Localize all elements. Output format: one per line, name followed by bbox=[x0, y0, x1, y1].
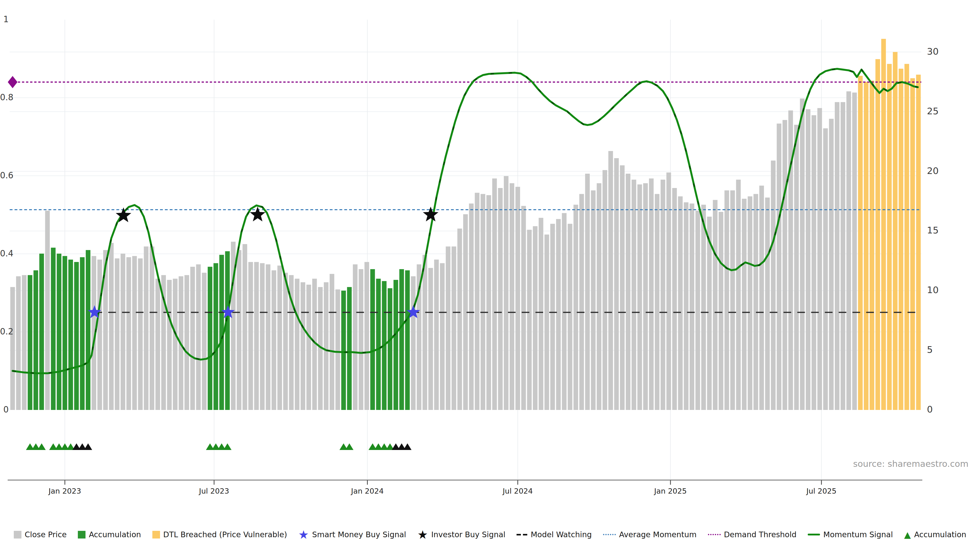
legend-model-watching: Model Watching bbox=[517, 530, 592, 539]
legend-accumulation-bar: Accumulation bbox=[78, 530, 141, 539]
close-price-bar bbox=[242, 244, 247, 410]
close-price-bar bbox=[132, 256, 137, 410]
close-price-bar bbox=[608, 151, 613, 410]
close-price-bar bbox=[260, 263, 265, 410]
close-price-bar bbox=[277, 265, 282, 410]
close-price-bar bbox=[248, 262, 253, 410]
legend-label: Demand Threshold bbox=[724, 530, 797, 539]
close-price-bar bbox=[487, 195, 491, 410]
dtl-breached-bar bbox=[910, 78, 915, 410]
legend-label: Average Momentum bbox=[619, 530, 697, 539]
legend-dtl-breached: DTL Breached (Price Vulnerable) bbox=[152, 530, 287, 539]
accumulation-bar bbox=[33, 270, 38, 410]
close-price-bar bbox=[614, 158, 619, 410]
right-axis-tick-label: 30 bbox=[927, 46, 939, 57]
close-price-bar bbox=[272, 270, 276, 410]
close-price-bar bbox=[632, 179, 636, 410]
dtl-breached-bar bbox=[870, 81, 874, 410]
accumulation-bar bbox=[57, 254, 61, 410]
close-price-bar bbox=[660, 179, 665, 410]
close-price-bar bbox=[695, 211, 700, 410]
close-price-bar bbox=[794, 125, 799, 410]
close-price-bar bbox=[475, 193, 479, 410]
legend-smart-money-buy-signal: ★Smart Money Buy Signal bbox=[298, 530, 406, 539]
close-price-bar bbox=[846, 91, 851, 410]
close-price-bar bbox=[138, 259, 143, 410]
close-price-bar bbox=[440, 263, 445, 410]
accumulation-bar bbox=[39, 254, 44, 410]
close-price-bar bbox=[603, 170, 607, 410]
close-price-bar bbox=[806, 109, 810, 410]
close-price-bar bbox=[237, 250, 242, 410]
legend-accumulation-marker-glyph: ▲ bbox=[904, 531, 911, 538]
dtl-breached-bar bbox=[916, 75, 921, 410]
left-axis-tick-label: 1 bbox=[0, 14, 9, 24]
close-price-bar bbox=[452, 246, 456, 410]
demand-threshold-diamond bbox=[8, 76, 18, 88]
close-price-bar bbox=[620, 165, 625, 410]
close-price-bar bbox=[818, 108, 822, 410]
close-price-bar bbox=[597, 183, 601, 410]
dtl-breached-bar bbox=[887, 64, 892, 410]
close-price-bar bbox=[667, 172, 671, 410]
close-price-bar bbox=[701, 205, 706, 410]
accumulation-bar bbox=[80, 257, 84, 410]
close-price-bar bbox=[144, 246, 148, 410]
close-price-bar bbox=[748, 197, 752, 410]
x-axis-date-label: Jan 2023 bbox=[45, 487, 85, 495]
close-price-bar bbox=[295, 279, 299, 410]
dtl-breached-bar bbox=[875, 59, 880, 410]
legend-close-price-glyph bbox=[14, 531, 21, 538]
close-price-bar bbox=[423, 255, 427, 410]
close-price-bar bbox=[573, 205, 578, 410]
accumulation-bar bbox=[86, 250, 90, 410]
close-price-bar bbox=[562, 213, 566, 410]
right-axis-tick-label: 0 bbox=[927, 404, 933, 414]
close-price-bar bbox=[626, 174, 630, 410]
legend-investor-buy-signal: ★Investor Buy Signal bbox=[417, 530, 505, 539]
legend-label: Investor Buy Signal bbox=[431, 530, 506, 539]
accumulation-bar bbox=[341, 291, 346, 410]
legend-smart-money-buy-signal-glyph: ★ bbox=[298, 531, 309, 538]
investor-buy-star bbox=[423, 206, 438, 221]
close-price-bar bbox=[22, 275, 27, 410]
close-price-bar bbox=[591, 190, 595, 410]
legend-demand-threshold: Demand Threshold bbox=[708, 530, 797, 539]
legend-accumulation-marker: ▲Accumulation bbox=[904, 530, 966, 539]
close-price-bar bbox=[167, 280, 172, 410]
close-price-bar bbox=[457, 229, 462, 410]
close-price-bar bbox=[510, 183, 514, 410]
left-axis-tick-label: 0 bbox=[0, 405, 9, 414]
close-price-bar bbox=[684, 202, 688, 410]
close-price-bar bbox=[335, 289, 340, 410]
x-axis-date-label: Jul 2025 bbox=[801, 487, 842, 495]
legend-label: Accumulation bbox=[914, 530, 966, 539]
close-price-bar bbox=[504, 176, 508, 410]
legend-accumulation-bar-glyph bbox=[78, 531, 86, 538]
close-price-bar bbox=[719, 212, 723, 410]
source-credit: source: sharemaestro.com bbox=[853, 459, 969, 469]
close-price-bar bbox=[330, 274, 334, 410]
legend-dtl-breached-glyph bbox=[152, 531, 160, 538]
close-price-bar bbox=[428, 268, 433, 410]
chart-canvas bbox=[10, 20, 921, 486]
close-price-bar bbox=[811, 115, 816, 410]
legend-investor-buy-signal-glyph: ★ bbox=[417, 531, 428, 538]
close-price-bar bbox=[469, 203, 474, 410]
close-price-bar bbox=[446, 246, 450, 410]
dtl-breached-bar bbox=[864, 82, 869, 410]
close-price-bar bbox=[690, 203, 694, 410]
close-price-bar bbox=[649, 179, 654, 410]
dtl-breached-bar bbox=[893, 52, 897, 410]
left-axis-tick-label: 0.8 bbox=[0, 92, 9, 102]
close-price-bar bbox=[759, 186, 764, 410]
accumulation-triangle-black bbox=[84, 443, 92, 450]
close-price-bar bbox=[724, 190, 729, 410]
right-axis-tick-label: 25 bbox=[927, 106, 939, 116]
close-price-bar bbox=[655, 194, 659, 410]
close-price-bar bbox=[852, 93, 857, 410]
close-price-bar bbox=[736, 179, 741, 410]
accumulation-bar bbox=[399, 269, 404, 410]
close-price-bar bbox=[800, 98, 804, 410]
close-price-bar bbox=[150, 246, 154, 410]
